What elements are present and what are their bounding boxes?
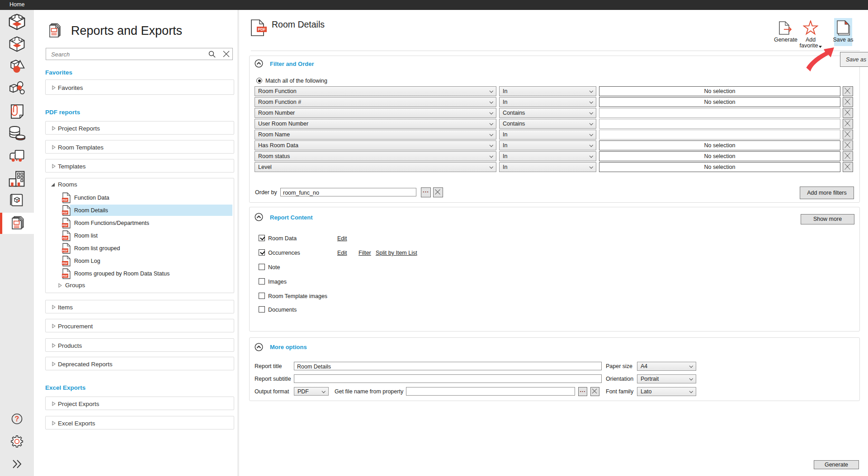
svg-text:PDF: PDF (62, 199, 68, 201)
svg-text:PDF: PDF (62, 237, 68, 239)
svg-text:PDF: PDF (62, 262, 68, 265)
svg-text:PDF: PDF (62, 211, 68, 214)
svg-text:PDF: PDF (62, 275, 68, 277)
svg-text:PDF: PDF (258, 27, 266, 32)
svg-text:PDF: PDF (62, 224, 68, 227)
svg-text:?: ? (15, 415, 19, 423)
svg-text:PDF: PDF (62, 249, 68, 252)
